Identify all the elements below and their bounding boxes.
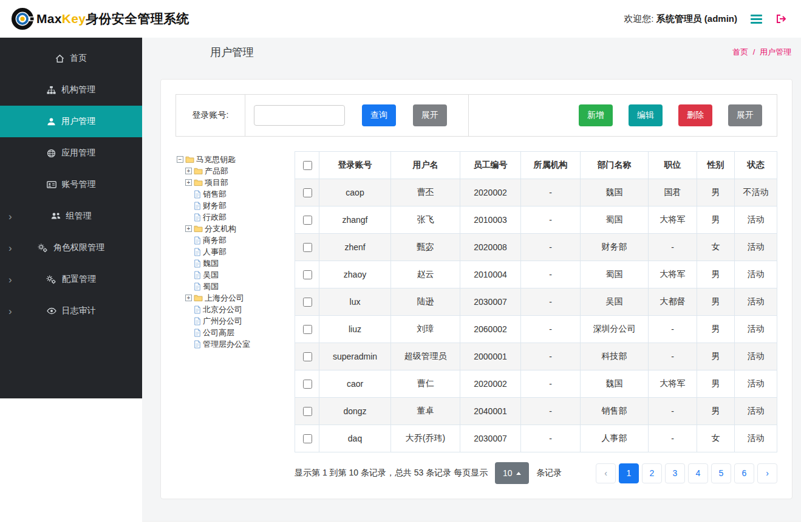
table-row[interactable]: dongz董卓2040001-销售部-男活动 bbox=[295, 398, 777, 425]
pagination-prev-button[interactable]: ‹ bbox=[596, 463, 616, 483]
group-icon bbox=[51, 211, 61, 221]
tree-expand-icon[interactable]: + bbox=[185, 168, 192, 174]
maxkey-app: MaxKey身份安全管理系统 欢迎您: 系统管理员 (admin) 首页机构管理… bbox=[0, 0, 801, 532]
table-cell: 活动 bbox=[735, 288, 777, 316]
tree-expand-icon[interactable]: + bbox=[185, 225, 192, 232]
table-cell: 男 bbox=[697, 370, 735, 398]
sidebar-item-label: 日志审计 bbox=[62, 305, 96, 316]
tree-node-label: 公司高层 bbox=[203, 327, 234, 338]
table-cell: - bbox=[649, 398, 697, 425]
sidebar-item-groups[interactable]: ›组管理 bbox=[0, 200, 142, 232]
sidebar-item-users[interactable]: 用户管理 bbox=[0, 106, 142, 137]
search-panel: 登录账号: 查询 展开 新增 编辑 删除 展开 bbox=[176, 94, 777, 137]
row-checkbox[interactable] bbox=[303, 325, 312, 334]
tree-node[interactable]: +产品部 bbox=[177, 165, 291, 177]
page-size-select[interactable]: 10 bbox=[495, 462, 529, 484]
sidebar-item-org[interactable]: 机构管理 bbox=[0, 74, 142, 106]
chevron-right-icon: › bbox=[9, 211, 12, 222]
pagination-page-6[interactable]: 6 bbox=[734, 463, 754, 483]
main-body: 登录账号: 查询 展开 新增 编辑 删除 展开 bbox=[142, 67, 801, 521]
table-row[interactable]: zhangf张飞2010003-蜀国大将军男活动 bbox=[295, 206, 777, 234]
action-buttons: 新增 编辑 删除 展开 bbox=[579, 95, 777, 136]
row-checkbox[interactable] bbox=[303, 407, 312, 416]
table-row[interactable]: liuz刘璋2060002-深圳分公司-男活动 bbox=[295, 316, 777, 343]
sidebar-item-audit[interactable]: ›日志审计 bbox=[0, 295, 142, 327]
tree-node[interactable]: 广州分公司 bbox=[177, 315, 291, 327]
edit-button[interactable]: 编辑 bbox=[629, 104, 663, 126]
tree-node[interactable]: 吴国 bbox=[177, 269, 291, 281]
table-cell: 活动 bbox=[735, 316, 777, 343]
tree-node[interactable]: 财务部 bbox=[177, 200, 291, 211]
login-account-input[interactable] bbox=[254, 105, 345, 126]
row-checkbox[interactable] bbox=[303, 380, 312, 389]
table-cell: - bbox=[649, 316, 697, 343]
file-icon bbox=[194, 202, 201, 210]
column-header: 职位 bbox=[649, 152, 697, 179]
add-button[interactable]: 新增 bbox=[579, 104, 613, 126]
table-row[interactable]: zhenf甄宓2020008-财务部-女活动 bbox=[295, 234, 777, 261]
table-header: 登录账号用户名员工编号所属机构部门名称职位性别状态 bbox=[295, 152, 777, 179]
row-checkbox[interactable] bbox=[303, 243, 312, 252]
table-row[interactable]: caop曹丕2020002-魏国国君男不活动 bbox=[295, 179, 777, 206]
table-row[interactable]: caor曹仁2020002-魏国大将军男活动 bbox=[295, 370, 777, 398]
row-select-cell bbox=[295, 398, 319, 425]
tree-node[interactable]: +上海分公司 bbox=[177, 292, 291, 304]
table-cell: 魏国 bbox=[581, 179, 649, 206]
pagination-page-5[interactable]: 5 bbox=[711, 463, 731, 483]
table-cell: - bbox=[521, 206, 581, 234]
expand-search-button[interactable]: 展开 bbox=[413, 104, 447, 126]
table-cell: 2030007 bbox=[460, 425, 521, 452]
row-checkbox[interactable] bbox=[303, 352, 312, 361]
logout-icon[interactable] bbox=[775, 13, 788, 24]
table-row[interactable]: superadmin超级管理员2000001-科技部-男活动 bbox=[295, 343, 777, 370]
table-cell: 女 bbox=[697, 425, 735, 452]
tree-node[interactable]: 人事部 bbox=[177, 246, 291, 257]
row-checkbox[interactable] bbox=[303, 270, 312, 279]
table-row[interactable]: daq大乔(乔玮)2030007-人事部-女活动 bbox=[295, 425, 777, 452]
tree-expand-icon[interactable]: + bbox=[185, 295, 192, 301]
tree-node[interactable]: 北京分公司 bbox=[177, 304, 291, 315]
pagination-page-2[interactable]: 2 bbox=[642, 463, 662, 483]
tree-node[interactable]: +项目部 bbox=[177, 177, 291, 188]
pagination-page-3[interactable]: 3 bbox=[665, 463, 685, 483]
row-checkbox[interactable] bbox=[303, 298, 312, 307]
tree-expand-icon[interactable]: + bbox=[185, 179, 192, 186]
sidebar-item-roles[interactable]: ›角色权限管理 bbox=[0, 232, 142, 264]
delete-button[interactable]: 删除 bbox=[678, 104, 712, 126]
tree-node[interactable]: 魏国 bbox=[177, 257, 291, 269]
tree-node[interactable]: 管理层办公室 bbox=[177, 338, 291, 350]
tree-collapse-icon[interactable]: − bbox=[177, 156, 183, 163]
row-checkbox[interactable] bbox=[303, 188, 312, 197]
breadcrumb-home-link[interactable]: 首页 bbox=[732, 47, 748, 56]
row-checkbox[interactable] bbox=[303, 434, 312, 443]
tree-node[interactable]: 公司高层 bbox=[177, 327, 291, 338]
pagination-page-4[interactable]: 4 bbox=[688, 463, 708, 483]
table-cell: superadmin bbox=[319, 343, 391, 370]
table-cell: 吴国 bbox=[581, 288, 649, 316]
sidebar-item-home[interactable]: 首页 bbox=[0, 43, 142, 74]
table-row[interactable]: lux陆逊2030007-吴国大都督男活动 bbox=[295, 288, 777, 316]
query-button[interactable]: 查询 bbox=[362, 104, 396, 126]
row-checkbox[interactable] bbox=[303, 216, 312, 225]
table-cell: 活动 bbox=[735, 398, 777, 425]
expand-actions-button[interactable]: 展开 bbox=[728, 104, 762, 126]
table-cell: 蜀国 bbox=[581, 261, 649, 288]
sidebar-item-apps[interactable]: 应用管理 bbox=[0, 137, 142, 169]
sidebar: 首页机构管理用户管理应用管理账号管理›组管理›角色权限管理›配置管理›日志审计 bbox=[0, 38, 142, 532]
menu-toggle-icon[interactable] bbox=[749, 13, 763, 25]
sidebar-item-accounts[interactable]: 账号管理 bbox=[0, 169, 142, 200]
select-all-checkbox[interactable] bbox=[303, 161, 312, 170]
tree-node[interactable]: 销售部 bbox=[177, 188, 291, 200]
pagination-next-button[interactable]: › bbox=[757, 463, 777, 483]
pagination-page-1[interactable]: 1 bbox=[619, 463, 639, 483]
tree-node[interactable]: 蜀国 bbox=[177, 281, 291, 292]
brand[interactable]: MaxKey身份安全管理系统 bbox=[11, 7, 189, 30]
tree-node[interactable]: 商务部 bbox=[177, 234, 291, 246]
sidebar-item-config[interactable]: ›配置管理 bbox=[0, 264, 142, 295]
tree-node[interactable]: 行政部 bbox=[177, 211, 291, 223]
table-row[interactable]: zhaoy赵云2010004-蜀国大将军男活动 bbox=[295, 261, 777, 288]
file-icon bbox=[194, 329, 201, 337]
tree-node[interactable]: +分支机构 bbox=[177, 223, 291, 234]
column-header: 所属机构 bbox=[521, 152, 581, 179]
tree-node[interactable]: −马克思钥匙 bbox=[177, 154, 291, 165]
